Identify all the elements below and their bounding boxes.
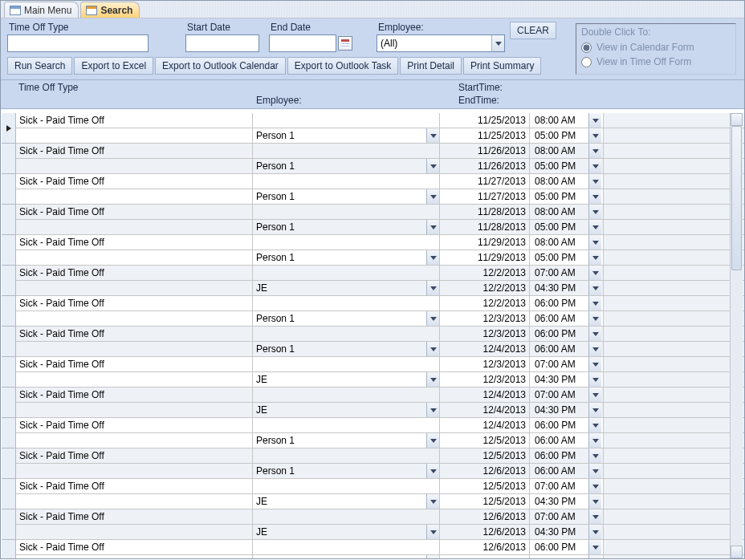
scroll-up-icon[interactable] xyxy=(731,113,743,126)
cell-start-time[interactable]: 06:00 PM xyxy=(530,418,604,432)
table-row[interactable]: Person 111/28/201305:00 PM xyxy=(16,220,744,235)
cell-start-time[interactable]: 07:00 AM xyxy=(530,266,604,280)
cell-end-time[interactable]: 06:00 AM xyxy=(530,433,604,448)
cell-employee[interactable]: JE xyxy=(253,525,440,539)
cell-employee[interactable] xyxy=(253,555,440,558)
table-row[interactable]: Sick - Paid Time Off12/3/201307:00 AM xyxy=(16,357,744,372)
table-row[interactable]: Person 112/3/201306:00 AM xyxy=(16,311,744,327)
table-row[interactable]: JE12/2/201304:30 PM xyxy=(16,281,744,296)
record-marker[interactable] xyxy=(2,266,15,296)
record-marker[interactable] xyxy=(2,540,15,558)
table-row[interactable]: Person 112/4/201306:00 AM xyxy=(16,342,744,357)
chevron-down-icon[interactable] xyxy=(426,189,439,204)
chevron-down-icon[interactable] xyxy=(588,555,601,558)
table-row[interactable]: Sick - Paid Time Off12/2/201306:00 PM xyxy=(16,296,744,311)
cell-end-time[interactable]: 05:00 PM xyxy=(530,128,604,143)
vertical-scrollbar[interactable] xyxy=(730,113,743,558)
cell-start-time[interactable]: 08:00 AM xyxy=(530,205,604,219)
cell-employee[interactable]: Person 1 xyxy=(253,220,440,234)
table-row[interactable]: Sick - Paid Time Off12/5/201307:00 AM xyxy=(16,479,744,494)
table-row[interactable]: Person 111/26/201305:00 PM xyxy=(16,159,744,174)
chevron-down-icon[interactable] xyxy=(588,494,601,509)
chevron-down-icon[interactable] xyxy=(426,494,439,509)
record-marker[interactable] xyxy=(2,388,15,418)
cell-end-time[interactable]: 05:00 PM xyxy=(530,250,604,265)
cell-employee[interactable]: JE xyxy=(253,403,440,417)
cell-end-time[interactable]: 04:30 PM xyxy=(530,403,604,417)
cell-start-time[interactable]: 08:00 AM xyxy=(530,235,604,250)
record-marker[interactable] xyxy=(2,205,15,235)
table-row[interactable]: Sick - Paid Time Off12/4/201306:00 PM xyxy=(16,418,744,433)
export-outlook-task-button[interactable]: Export to Outlook Task xyxy=(287,57,399,75)
chevron-down-icon[interactable] xyxy=(588,357,601,371)
chevron-down-icon[interactable] xyxy=(588,296,601,310)
chevron-down-icon[interactable] xyxy=(588,281,601,295)
chevron-down-icon[interactable] xyxy=(426,311,439,326)
cell-start-time[interactable]: 08:00 AM xyxy=(530,174,604,189)
chevron-down-icon[interactable] xyxy=(588,174,601,189)
table-row[interactable]: Sick - Paid Time Off12/3/201306:00 PM xyxy=(16,327,744,342)
chevron-down-icon[interactable] xyxy=(426,220,439,234)
chevron-down-icon[interactable] xyxy=(491,35,504,51)
chevron-down-icon[interactable] xyxy=(588,540,601,554)
table-row[interactable]: Sick - Paid Time Off12/2/201307:00 AM xyxy=(16,266,744,281)
table-row[interactable]: Person 112/5/201306:00 AM xyxy=(16,433,744,448)
chevron-down-icon[interactable] xyxy=(588,250,601,265)
chevron-down-icon[interactable] xyxy=(588,418,601,432)
chevron-down-icon[interactable] xyxy=(426,555,439,558)
timeoff-type-input[interactable] xyxy=(7,34,149,52)
table-row[interactable]: Person 111/25/201305:00 PM xyxy=(16,128,744,144)
cell-start-time[interactable]: 06:00 PM xyxy=(530,540,604,554)
start-date-input[interactable] xyxy=(185,34,259,52)
cell-employee[interactable]: JE xyxy=(253,372,440,387)
chevron-down-icon[interactable] xyxy=(588,479,601,493)
chevron-down-icon[interactable] xyxy=(426,159,439,173)
chevron-down-icon[interactable] xyxy=(588,144,601,158)
chevron-down-icon[interactable] xyxy=(426,342,439,356)
record-marker[interactable] xyxy=(2,235,15,266)
cell-start-time[interactable]: 08:00 AM xyxy=(530,113,604,128)
table-row[interactable]: Person 111/29/201305:00 PM xyxy=(16,250,744,266)
chevron-down-icon[interactable] xyxy=(588,266,601,280)
chevron-down-icon[interactable] xyxy=(588,311,601,326)
print-detail-button[interactable]: Print Detail xyxy=(400,57,462,75)
chevron-down-icon[interactable] xyxy=(588,159,601,173)
cell-end-time[interactable]: 04:30 PM xyxy=(530,281,604,295)
cell-start-time[interactable]: 06:00 PM xyxy=(530,296,604,310)
cell-start-time[interactable]: 07:00 AM xyxy=(530,479,604,493)
calendar-icon[interactable] xyxy=(338,36,352,51)
cell-employee[interactable]: JE xyxy=(253,494,440,509)
cell-employee[interactable]: Person 1 xyxy=(253,189,440,204)
table-row[interactable]: JE12/4/201304:30 PM xyxy=(16,403,744,418)
employee-select[interactable]: (All) xyxy=(377,34,505,52)
table-row[interactable]: JE12/5/201304:30 PM xyxy=(16,494,744,509)
chevron-down-icon[interactable] xyxy=(588,403,601,417)
record-marker[interactable] xyxy=(2,418,15,448)
table-row[interactable]: Sick - Paid Time Off12/6/201307:00 AM xyxy=(16,509,744,525)
record-marker[interactable] xyxy=(2,479,15,509)
cell-end-time[interactable]: 04:30 PM xyxy=(530,372,604,387)
cell-employee[interactable]: Person 1 xyxy=(253,311,440,326)
table-row[interactable]: JE12/6/201304:30 PM xyxy=(16,525,744,540)
chevron-down-icon[interactable] xyxy=(588,388,601,402)
table-row[interactable]: Sick - Paid Time Off11/28/201308:00 AM xyxy=(16,205,744,220)
table-row[interactable]: Sick - Paid Time Off12/4/201307:00 AM xyxy=(16,388,744,403)
cell-end-time[interactable]: 06:00 AM xyxy=(530,464,604,478)
cell-end-time[interactable]: 05:00 PM xyxy=(530,189,604,204)
record-selector[interactable] xyxy=(2,113,16,558)
chevron-down-icon[interactable] xyxy=(426,281,439,295)
cell-start-time[interactable]: 08:00 AM xyxy=(530,144,604,158)
cell-end-time[interactable]: 04:30 PM xyxy=(530,525,604,539)
cell-employee[interactable]: Person 1 xyxy=(253,433,440,448)
chevron-down-icon[interactable] xyxy=(426,433,439,448)
table-row[interactable] xyxy=(16,555,744,558)
chevron-down-icon[interactable] xyxy=(588,235,601,250)
cell-employee[interactable]: Person 1 xyxy=(253,250,440,265)
cell-start-time[interactable]: 07:00 AM xyxy=(530,388,604,402)
chevron-down-icon[interactable] xyxy=(588,205,601,219)
export-outlook-calendar-button[interactable]: Export to Outlook Calendar xyxy=(155,57,286,75)
chevron-down-icon[interactable] xyxy=(588,525,601,539)
record-marker[interactable] xyxy=(2,509,15,540)
chevron-down-icon[interactable] xyxy=(588,113,601,128)
cell-end-time[interactable]: 06:00 AM xyxy=(530,342,604,356)
